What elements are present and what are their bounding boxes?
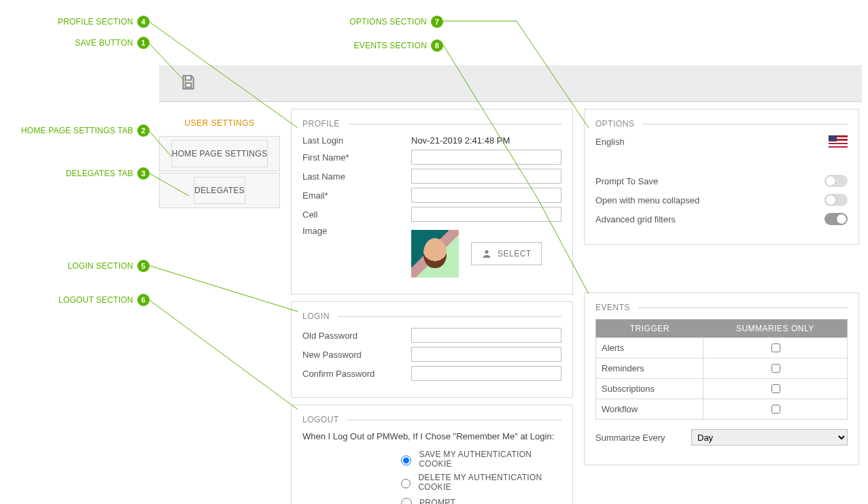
new-password-label: New Password	[302, 350, 411, 360]
login-panel: LOGIN Old Password New Password Confirm …	[291, 301, 573, 398]
person-icon	[481, 248, 492, 259]
callout-3: DELEGATES TAB3	[14, 167, 150, 180]
login-title: LOGIN	[302, 312, 330, 321]
logout-note: When I Log Out of PMWeb, If I Chose "Rem…	[302, 431, 561, 441]
floppy-disk-icon	[179, 73, 197, 91]
email-label: Email*	[302, 190, 411, 201]
callout-1: SAVE BUTTON1	[14, 37, 150, 49]
old-password-label: Old Password	[302, 331, 411, 341]
reminders-checkbox[interactable]	[771, 364, 780, 373]
first-name-label: First Name*	[302, 152, 411, 163]
svg-point-7	[485, 250, 488, 254]
menu-collapsed-label: Open with menu collapsed	[595, 195, 699, 205]
callout-2: HOME PAGE SETTINGS TAB2	[0, 124, 150, 137]
language-label: English	[595, 137, 625, 147]
confirm-password-label: Confirm Password	[302, 369, 411, 379]
adv-filters-toggle[interactable]	[824, 213, 848, 225]
subscriptions-checkbox[interactable]	[771, 384, 780, 393]
callout-7: OPTIONS SECTION7	[307, 16, 443, 28]
sidebar: USER SETTINGS HOME PAGE SETTINGS DELEGAT…	[159, 109, 280, 504]
col-summaries-only: SUMMARIES ONLY	[704, 320, 848, 338]
last-login-value: Nov-21-2019 2:41:48 PM	[411, 135, 510, 146]
last-name-input[interactable]	[411, 169, 561, 184]
workflow-checkbox[interactable]	[771, 405, 780, 414]
first-name-input[interactable]	[411, 150, 561, 165]
profile-panel: PROFILE Last Login Nov-21-2019 2:41:48 P…	[291, 109, 573, 295]
menu-collapsed-toggle[interactable]	[824, 194, 848, 206]
profile-title: PROFILE	[302, 119, 340, 129]
toolbar	[159, 65, 862, 102]
table-row: Workflow	[596, 399, 848, 420]
svg-rect-6	[186, 83, 192, 87]
callout-5: LOGIN SECTION5	[14, 260, 150, 272]
events-table: TRIGGER SUMMARIES ONLY Alerts Reminders	[595, 319, 848, 420]
options-panel: OPTIONS English Prompt To Save Open with…	[584, 109, 859, 245]
alerts-checkbox[interactable]	[771, 343, 780, 352]
last-name-label: Last Name	[302, 171, 411, 182]
logout-title: LOGOUT	[302, 415, 339, 424]
options-title: OPTIONS	[595, 119, 635, 129]
events-panel: EVENTS TRIGGER SUMMARIES ONLY Alerts	[584, 292, 859, 465]
summarize-select[interactable]: Day	[691, 429, 848, 446]
logout-prompt-radio[interactable]	[401, 498, 412, 504]
table-row: Subscriptions	[596, 379, 848, 399]
logout-panel: LOGOUT When I Log Out of PMWeb, If I Cho…	[291, 405, 573, 504]
callout-8: EVENTS SECTION8	[307, 39, 443, 52]
table-row: Alerts	[596, 338, 848, 358]
new-password-input[interactable]	[411, 347, 561, 362]
cell-input[interactable]	[411, 207, 561, 222]
select-image-button[interactable]: SELECT	[471, 242, 542, 265]
prompt-save-label: Prompt To Save	[595, 176, 658, 186]
save-button[interactable]	[177, 71, 200, 96]
cell-label: Cell	[302, 209, 411, 220]
sidebar-title: USER SETTINGS	[159, 109, 280, 135]
events-title: EVENTS	[595, 303, 630, 312]
logout-save-cookie-radio[interactable]	[401, 455, 411, 466]
email-input[interactable]	[411, 188, 561, 203]
table-row: Reminders	[596, 358, 848, 379]
tab-delegates[interactable]: DELEGATES	[159, 173, 280, 208]
prompt-save-toggle[interactable]	[824, 175, 848, 187]
callout-4: PROFILE SECTION4	[14, 16, 150, 28]
col-trigger: TRIGGER	[596, 320, 704, 338]
adv-filters-label: Advanced grid filters	[595, 214, 676, 224]
callout-6: LOGOUT SECTION6	[14, 294, 150, 306]
tab-home-page-settings[interactable]: HOME PAGE SETTINGS	[159, 136, 280, 171]
confirm-password-input[interactable]	[411, 366, 561, 381]
old-password-input[interactable]	[411, 328, 561, 343]
flag-us-icon[interactable]	[829, 135, 848, 148]
logout-delete-cookie-radio[interactable]	[401, 478, 411, 489]
avatar	[411, 230, 459, 278]
image-label: Image	[302, 226, 411, 236]
last-login-label: Last Login	[302, 135, 411, 146]
summarize-label: Summarize Every	[595, 433, 665, 443]
